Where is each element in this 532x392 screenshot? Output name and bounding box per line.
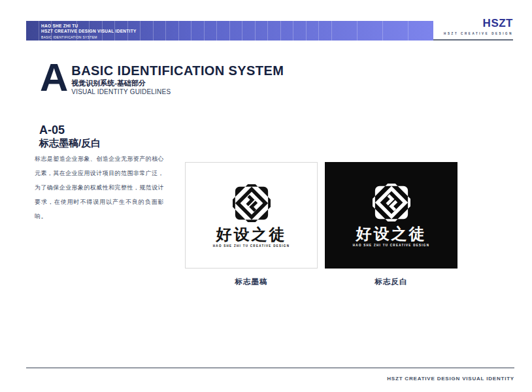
logotype-cn: 好设之徒 xyxy=(216,226,287,242)
chapter-title-block: A BASIC IDENTIFICATION SYSTEM 视觉识别系统-基础部… xyxy=(40,62,284,95)
section-code: A-05 xyxy=(39,124,101,137)
page-header: HAO SHE ZHI TU HSZT CREATIVE DESIGN VISU… xyxy=(26,0,513,41)
logotype-en: HAO SHE ZHI TU CREATIVE DESIGN xyxy=(213,244,290,248)
header-bar-line3: BASIC IDENTIFICATION SYSTEM xyxy=(41,35,433,40)
logo-specimens: 好设之徒 HAO SHE ZHI TU CREATIVE DESIGN 好设之徒… xyxy=(185,162,457,269)
header-bar-line1: HAO SHE ZHI TU xyxy=(41,24,433,29)
chapter-title: BASIC IDENTIFICATION SYSTEM xyxy=(71,63,284,78)
header-gradient-bar: HAO SHE ZHI TU HSZT CREATIVE DESIGN VISU… xyxy=(26,21,433,41)
specimen-reversed-box: 好设之徒 HAO SHE ZHI TU CREATIVE DESIGN xyxy=(325,162,457,269)
footer-text: HSZT CREATIVE DESIGN VISUAL IDENTITY xyxy=(387,376,514,382)
logotype-cn: 好设之徒 xyxy=(356,225,427,242)
brand-block: HSZT HSZT CREATIVE DESIGN xyxy=(444,18,513,35)
hszt-logo-mark-icon xyxy=(373,184,410,221)
chapter-subtitle-en: VISUAL IDENTITY GUIDELINES xyxy=(71,88,284,95)
specimen-ink-box: 好设之徒 HAO SHE ZHI TU CREATIVE DESIGN xyxy=(185,162,318,269)
chapter-subtitle-cn: 视觉识别系统-基础部分 xyxy=(71,79,284,87)
specimen-captions: 标志墨稿 标志反白 xyxy=(185,277,457,287)
page-footer: HSZT CREATIVE DESIGN VISUAL IDENTITY xyxy=(26,367,514,383)
hszt-logo-mark-icon xyxy=(233,184,271,222)
section-body-text: 标志是塑造企业形象、创造企业无形资产的核心元素，其在企业应用设计项目的范围非常广… xyxy=(35,152,164,223)
specimen-ink-caption: 标志墨稿 xyxy=(185,277,318,287)
section-head: A-05 标志墨稿/反白 xyxy=(39,124,101,148)
brand-tagline: HSZT CREATIVE DESIGN xyxy=(444,32,513,35)
brand-wordmark: HSZT xyxy=(444,18,513,29)
header-bar-line2: HSZT CREATIVE DESIGN VISUAL IDENTITY xyxy=(41,29,433,34)
chapter-index-letter: A xyxy=(40,62,67,95)
section-title: 标志墨稿/反白 xyxy=(39,137,101,148)
specimen-reversed-caption: 标志反白 xyxy=(325,277,457,287)
chapter-title-texts: BASIC IDENTIFICATION SYSTEM 视觉识别系统-基础部分 … xyxy=(71,62,284,95)
logotype-en: HAO SHE ZHI TU CREATIVE DESIGN xyxy=(353,244,429,247)
